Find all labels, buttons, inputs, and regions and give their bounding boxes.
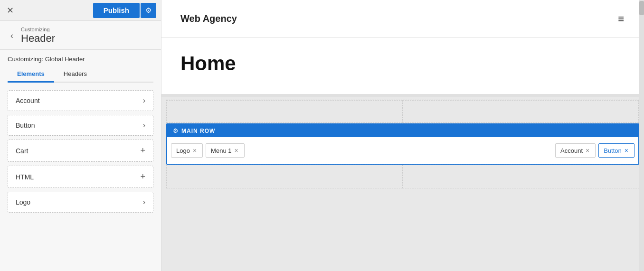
- main-row-wrapper: ⚙ MAIN ROW Logo × Menu 1 × Account: [166, 123, 639, 165]
- chip-menu1-close[interactable]: ×: [233, 147, 239, 154]
- tab-headers[interactable]: Headers: [54, 66, 96, 83]
- customizing-label: Customizing: [21, 27, 55, 32]
- section-title-group: Customizing Header: [21, 27, 55, 45]
- tabs: Elements Headers: [8, 66, 153, 83]
- element-html-label: HTML: [16, 173, 34, 181]
- site-name: Web Agency: [180, 13, 237, 24]
- chip-button-close[interactable]: ×: [624, 147, 629, 154]
- builder-area: ⚙ MAIN ROW Logo × Menu 1 × Account: [161, 97, 644, 271]
- main-row-content: Logo × Menu 1 × Account × Button ×: [167, 137, 638, 164]
- element-html[interactable]: HTML +: [8, 166, 153, 188]
- arrow-icon: ›: [143, 121, 145, 130]
- chip-button[interactable]: Button ×: [598, 143, 635, 158]
- chip-logo-label: Logo: [176, 147, 190, 154]
- bottom-row-right: [403, 165, 639, 188]
- main-row-label: MAIN ROW: [181, 128, 215, 134]
- elements-list: Account › Button › Cart + HTML + Logo ›: [0, 83, 161, 220]
- hero-area: Home: [161, 38, 644, 97]
- publish-button[interactable]: Publish: [93, 3, 140, 18]
- element-cart-label: Cart: [16, 147, 28, 155]
- element-logo-label: Logo: [16, 198, 30, 206]
- element-button-label: Button: [16, 121, 35, 129]
- scrollbar-thumb: [639, 1, 644, 15]
- chip-account-close[interactable]: ×: [585, 147, 590, 154]
- plus-icon: +: [140, 172, 145, 182]
- top-bar: ✕ Publish ⚙: [0, 0, 161, 21]
- top-row: [166, 100, 639, 123]
- header-preview: Web Agency ≡: [161, 0, 644, 38]
- section-title: Header: [21, 32, 55, 45]
- scrollbar[interactable]: [639, 0, 644, 271]
- hamburger-icon: ≡: [618, 13, 625, 25]
- arrow-icon: ›: [143, 96, 145, 105]
- back-button[interactable]: ‹: [8, 30, 16, 42]
- close-button[interactable]: ✕: [5, 3, 16, 18]
- chip-account-label: Account: [560, 147, 583, 154]
- arrow-icon: ›: [143, 198, 145, 206]
- element-account-label: Account: [16, 97, 40, 104]
- right-panel: Web Agency ≡ Home ⚙ MAIN ROW Logo ×: [161, 0, 644, 271]
- gear-button[interactable]: ⚙: [141, 3, 156, 18]
- chip-account[interactable]: Account ×: [555, 143, 596, 158]
- gear-icon: ⚙: [173, 127, 179, 134]
- bottom-row: [166, 165, 639, 188]
- element-button[interactable]: Button ›: [8, 115, 153, 136]
- main-row-header[interactable]: ⚙ MAIN ROW: [167, 124, 638, 137]
- chip-menu1[interactable]: Menu 1 ×: [206, 143, 245, 158]
- tab-elements[interactable]: Elements: [8, 66, 54, 83]
- element-cart[interactable]: Cart +: [8, 140, 153, 162]
- element-account[interactable]: Account ›: [8, 90, 153, 111]
- top-row-right: [403, 100, 639, 123]
- chip-button-label: Button: [604, 147, 622, 154]
- chip-logo[interactable]: Logo ×: [171, 143, 203, 158]
- left-panel: ✕ Publish ⚙ ‹ Customizing Header Customi…: [0, 0, 161, 271]
- chip-menu1-label: Menu 1: [211, 147, 231, 154]
- top-row-left: [167, 100, 403, 123]
- global-header-label: Customizing: Global Header: [0, 50, 161, 66]
- chip-logo-close[interactable]: ×: [192, 147, 198, 154]
- bottom-row-left: [166, 165, 403, 188]
- hero-title: Home: [180, 52, 236, 75]
- plus-icon: +: [140, 146, 145, 156]
- section-header: ‹ Customizing Header: [0, 21, 161, 50]
- element-logo[interactable]: Logo ›: [8, 192, 153, 213]
